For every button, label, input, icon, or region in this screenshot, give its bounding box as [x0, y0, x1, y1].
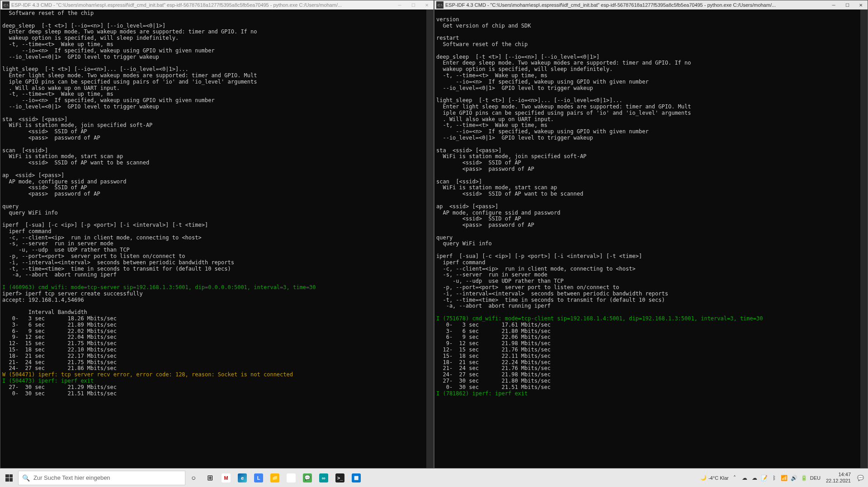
terminal-line: light_sleep [-t <t>] [--io=<n>]... [--io…	[2, 66, 432, 73]
terminal-line: WiFi is station mode, join specified sof…	[2, 122, 432, 129]
minimize-button[interactable]: ─	[393, 0, 406, 9]
arduino-icon[interactable]: ∞	[316, 468, 332, 487]
terminal-line: -c, --client=<ip> run in client mode, co…	[2, 235, 432, 241]
terminal-line: iperf> iperf tcp server create successfu…	[2, 291, 432, 297]
terminal-line: --io=<n> If specified, wakeup using GPIO…	[2, 98, 432, 104]
terminal-line: deep_sleep [-t <t>] [--io=<n>] [--io_lev…	[436, 54, 866, 61]
close-button[interactable]: ✕	[854, 0, 868, 9]
maximize-button[interactable]: ☐	[840, 0, 854, 9]
terminal-line: -s, --server run in server mode	[2, 241, 432, 247]
task-view-icon[interactable]: ⊞	[202, 468, 218, 487]
terminal-line: iple GPIO pins can be specified using pa…	[2, 79, 432, 85]
app-icon: C:\	[2, 1, 9, 9]
terminal-line: 6- 9 sec 22.06 Mbits/sec	[436, 334, 866, 341]
terminal-line: 27- 30 sec 21.80 Mbits/sec	[436, 378, 866, 384]
terminal-line: W (504471) iperf: tcp server recv error,…	[2, 372, 432, 378]
minimize-button[interactable]: ─	[827, 0, 840, 9]
terminal-line: --io_level=<0|1> GPIO level to trigger w…	[436, 85, 866, 92]
titlebar-right[interactable]: C:\ ESP-IDF 4.3 CMD - "C:\Users\moham\es…	[434, 0, 868, 9]
terminal-line: --io_level=<0|1> GPIO level to trigger w…	[2, 104, 432, 110]
chrome-icon[interactable]: ◉	[283, 468, 299, 487]
edge-icon[interactable]: e	[234, 468, 250, 487]
terminal-line: --io_level=<0|1> GPIO level to trigger w…	[2, 54, 432, 61]
terminal-line: ap <ssid> [<pass>]	[436, 204, 866, 210]
language-indicator[interactable]: DEU	[810, 475, 821, 481]
terminal-output-right[interactable]: version Get version of chip and SDK rest…	[434, 9, 868, 468]
terminal-line: -t, --time=<t> Wake up time, ms	[2, 91, 432, 98]
terminal-line: <pass> password of AP	[2, 191, 432, 197]
close-button[interactable]: ✕	[420, 0, 434, 9]
terminal-line: 0- 3 sec 18.26 Mbits/sec	[2, 316, 432, 322]
terminal-line: I (504473) iperf: iperf exit	[2, 378, 432, 384]
terminal-line: Software reset of the chip	[436, 42, 866, 48]
terminal-line	[436, 141, 866, 148]
terminal-line: 24- 27 sec 21.86 Mbits/sec	[2, 365, 432, 372]
terminal-line: -u, --udp use UDP rather than TCP	[436, 278, 866, 285]
explorer-icon[interactable]: 📁	[267, 468, 283, 487]
terminal-line: AP mode, configure ssid and password	[436, 210, 866, 216]
terminal-line: query WiFi info	[436, 241, 866, 247]
tray-volume-icon[interactable]: 🔊	[790, 475, 798, 481]
terminal-line: <ssid> SSID of AP	[2, 129, 432, 135]
notifications-icon[interactable]: 💬	[856, 475, 864, 481]
terminal-line	[436, 10, 866, 17]
terminal-line: --io=<n> If specified, wakeup using GPIO…	[2, 48, 432, 54]
terminal-line	[436, 247, 866, 253]
app-icon-l[interactable]: L	[250, 468, 267, 487]
app-icon-blue[interactable]: ▦	[348, 468, 364, 487]
messaging-icon[interactable]: 💬	[299, 468, 316, 487]
terminal-line: -u, --udp use UDP rather than TCP	[2, 247, 432, 253]
terminal-line	[2, 110, 432, 117]
terminal-line: -t, --time=<time> time in seconds to tra…	[2, 266, 432, 272]
weather-text[interactable]: -4°C Klar	[708, 475, 729, 481]
terminal-line	[436, 173, 866, 179]
terminal-line: sta <ssid> [<pass>]	[2, 117, 432, 123]
clock-time: 14:47	[826, 472, 851, 478]
terminal-line: Get version of chip and SDK	[436, 23, 866, 29]
terminal-output-left[interactable]: Software reset of the chip deep_sleep [-…	[0, 9, 434, 468]
cmd-icon[interactable]: >_	[332, 468, 348, 487]
terminal-line	[2, 303, 432, 309]
scrollbar-left[interactable]	[426, 9, 434, 468]
terminal-line: I (781862) iperf: iperf exit	[436, 391, 866, 397]
terminal-line	[2, 197, 432, 204]
terminal-line: iperf command	[2, 229, 432, 235]
tray-onedrive-icon[interactable]: ☁	[750, 475, 759, 481]
terminal-line: scan [<ssid>]	[2, 148, 432, 154]
start-button[interactable]	[0, 468, 18, 487]
search-input[interactable]: 🔍 Zur Suche Text hier eingeben	[18, 471, 185, 485]
terminal-line	[2, 166, 432, 173]
maximize-button[interactable]: ☐	[406, 0, 420, 9]
titlebar-left[interactable]: C:\ ESP-IDF 4.3 CMD - "C:\Users\moham\es…	[0, 0, 434, 9]
terminal-line: -p, --port=<port> server port to listen …	[436, 285, 866, 291]
clock[interactable]: 14:47 22.12.2021	[822, 472, 854, 483]
cortana-icon[interactable]: ○	[185, 468, 202, 487]
terminal-line: -p, --port=<port> server port to listen …	[2, 253, 432, 260]
terminal-line: -i, --interval=<interval> seconds betwee…	[2, 260, 432, 266]
tray-bluetooth-icon[interactable]: ᛒ	[770, 475, 778, 481]
scrollbar-right[interactable]	[860, 9, 868, 468]
clock-date: 22.12.2021	[826, 478, 851, 484]
tray-chevron-icon[interactable]: ˄	[731, 475, 739, 481]
terminal-line: iperf command	[436, 260, 866, 266]
window-title-left: ESP-IDF 4.3 CMD - "C:\Users\moham\esp\.e…	[11, 2, 393, 8]
tray-battery-icon[interactable]: 🔋	[800, 475, 808, 481]
terminal-line: --io=<n> If specified, wakeup using GPIO…	[436, 79, 866, 85]
mcafee-icon[interactable]: M	[218, 468, 234, 487]
terminal-line: <ssid> SSID of AP want to be scanned	[436, 191, 866, 197]
terminal-line: iple GPIO pins can be specified using pa…	[436, 110, 866, 117]
terminal-line: -a, --abort abort running iperf	[2, 272, 432, 278]
tray-cloud-icon[interactable]: ☁	[741, 475, 749, 481]
weather-icon[interactable]: 🌙	[700, 475, 707, 481]
terminal-line: 21- 24 sec 21.76 Mbits/sec	[436, 365, 866, 372]
terminal-line: -a, --abort abort running iperf	[436, 303, 866, 309]
window-title-right: ESP-IDF 4.3 CMD - "C:\Users\moham\esp\.e…	[445, 2, 827, 8]
tray-wifi-icon[interactable]: 📶	[780, 475, 788, 481]
terminal-line	[2, 60, 432, 66]
terminal-line: 12- 15 sec 21.75 Mbits/sec	[2, 341, 432, 347]
terminal-line: -t, --time=<t> Wake up time, ms	[2, 42, 432, 48]
terminal-line: <ssid> SSID of AP	[2, 185, 432, 191]
terminal-line: query	[2, 204, 432, 210]
terminal-line: WiFi is station mode, start scan ap	[2, 154, 432, 160]
tray-note-icon[interactable]: 📝	[760, 475, 769, 481]
